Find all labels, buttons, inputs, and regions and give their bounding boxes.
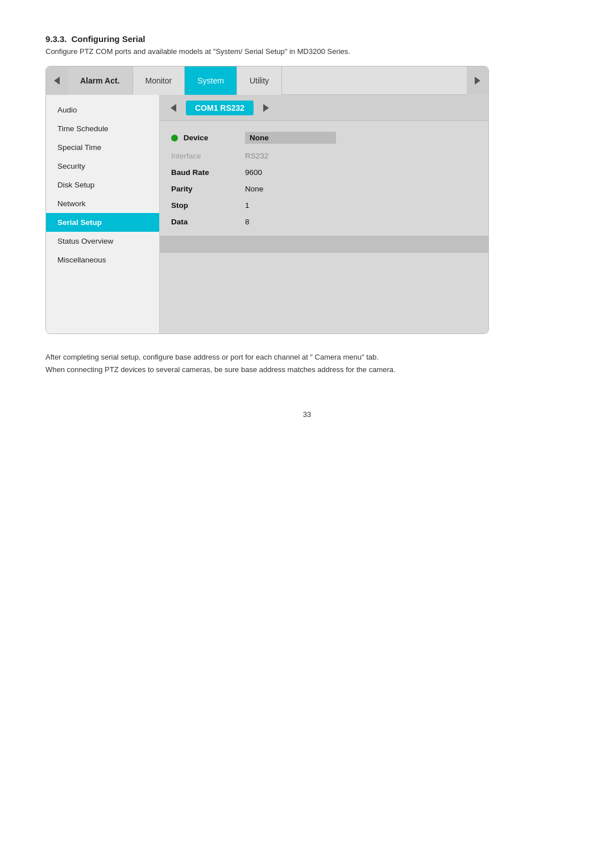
tab-utility[interactable]: Utility [237, 66, 282, 95]
bottom-bar [160, 236, 488, 253]
sidebar: Audio Time Schedule Special Time Securit… [46, 95, 160, 333]
sidebar-item-time-schedule[interactable]: Time Schedule [46, 119, 159, 138]
device-dot-icon [171, 135, 178, 141]
settings-row-device: Device None [160, 128, 488, 148]
settings-row-parity: Parity None [160, 181, 488, 197]
main-content: COM1 RS232 Device None Int [160, 95, 488, 333]
port-label: COM1 RS232 [186, 101, 254, 115]
sidebar-item-disk-setup[interactable]: Disk Setup [46, 176, 159, 194]
sidebar-item-security[interactable]: Security [46, 157, 159, 176]
sidebar-item-network[interactable]: Network [46, 194, 159, 213]
data-value: 8 [245, 218, 250, 226]
stop-value: 1 [245, 201, 250, 210]
tab-system[interactable]: System [185, 66, 237, 95]
stop-label: Stop [171, 201, 245, 210]
panel-body: Audio Time Schedule Special Time Securit… [46, 95, 488, 333]
settings-row-baud-rate: Baud Rate 9600 [160, 164, 488, 181]
nav-next-icon [475, 77, 480, 85]
sidebar-item-special-time[interactable]: Special Time [46, 138, 159, 157]
footer-line2: When connecting PTZ devices to several c… [45, 364, 489, 376]
page-number: 33 [45, 410, 569, 419]
nav-bar: Alarm Act. Monitor System Utility [46, 66, 488, 95]
parity-value: None [245, 185, 263, 193]
settings-row-data: Data 8 [160, 214, 488, 230]
settings-row-interface: Interface RS232 [160, 148, 488, 164]
interface-label: Interface [171, 152, 245, 160]
baud-rate-value: 9600 [245, 168, 262, 177]
section-subtitle: Configure PTZ COM ports and available mo… [45, 47, 569, 56]
baud-rate-label: Baud Rate [171, 168, 245, 177]
port-next-button[interactable] [258, 100, 274, 116]
sidebar-item-status-overview[interactable]: Status Overview [46, 232, 159, 251]
device-value[interactable]: None [245, 132, 336, 144]
nav-prev-button[interactable] [46, 66, 68, 95]
settings-area: Device None Interface RS232 Baud Rate 96… [160, 121, 488, 230]
settings-row-stop: Stop 1 [160, 197, 488, 214]
port-next-icon [263, 104, 269, 112]
sidebar-item-serial-setup[interactable]: Serial Setup [46, 213, 159, 232]
sidebar-item-audio[interactable]: Audio [46, 101, 159, 119]
port-prev-icon [171, 104, 176, 112]
sidebar-item-miscellaneous[interactable]: Miscellaneous [46, 251, 159, 269]
port-prev-button[interactable] [165, 100, 181, 116]
footer-text: After completing serial setup, configure… [45, 351, 489, 376]
section-number: 9.3.3. [45, 34, 67, 44]
tab-monitor[interactable]: Monitor [133, 66, 185, 95]
data-label: Data [171, 218, 245, 226]
footer-line1: After completing serial setup, configure… [45, 351, 489, 364]
section-title: Configuring Serial [72, 34, 146, 44]
tab-alarm-act[interactable]: Alarm Act. [68, 66, 133, 95]
nav-next-button[interactable] [467, 66, 488, 95]
device-label: Device [171, 133, 245, 142]
ui-panel: Alarm Act. Monitor System Utility Audio … [45, 66, 489, 334]
port-selector: COM1 RS232 [160, 95, 488, 121]
interface-value: RS232 [245, 152, 268, 160]
parity-label: Parity [171, 185, 245, 193]
nav-prev-icon [54, 77, 60, 85]
